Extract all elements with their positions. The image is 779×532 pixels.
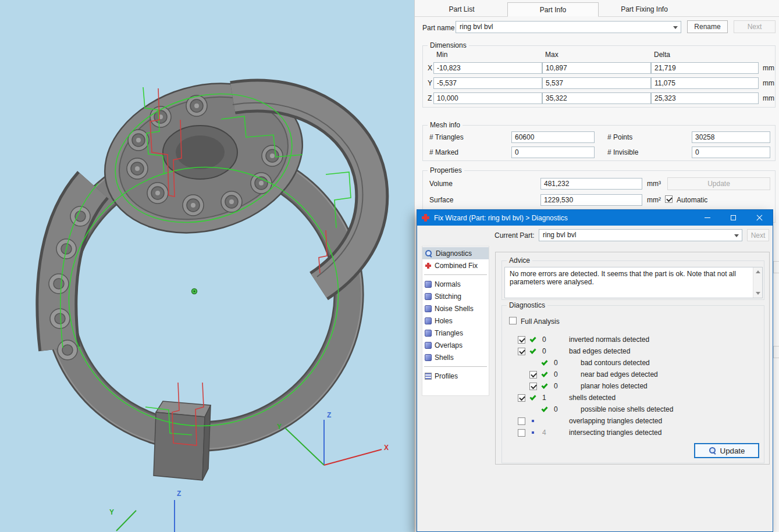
dialog-next-button[interactable]: Next <box>747 229 769 241</box>
current-part-combobox[interactable]: ring bvl bvl <box>539 229 742 241</box>
row-checkbox[interactable] <box>518 429 525 437</box>
nav-item-normals[interactable]: Normals <box>422 278 489 290</box>
dim-y-min-input[interactable] <box>433 77 542 89</box>
cube-icon <box>425 281 432 288</box>
triangles-input[interactable] <box>511 131 595 143</box>
dim-z-delta-input[interactable] <box>651 92 759 104</box>
row-label: inverted normals detected <box>569 335 649 344</box>
part-name-combobox[interactable]: ring bvl bvl <box>456 21 681 33</box>
marked-input[interactable] <box>511 147 595 158</box>
nav-item-combined-fix[interactable]: Combined Fix <box>422 259 489 272</box>
row-checkbox[interactable] <box>518 348 525 355</box>
nav-label: Normals <box>435 280 461 288</box>
invisible-input[interactable] <box>692 147 770 158</box>
nav-item-holes[interactable]: Holes <box>422 315 489 327</box>
chevron-down-icon <box>734 234 739 237</box>
diagnostic-rows: 0 inverted normals detected 0 bad edges … <box>518 334 759 438</box>
scroll-up-button[interactable] <box>753 267 763 276</box>
nav-label: Profiles <box>435 372 458 380</box>
dimensions-group: Dimensions Min Max Delta X mm Y mm Z mm <box>422 45 776 108</box>
row-checkbox[interactable] <box>529 371 537 379</box>
nav-item-diagnostics[interactable]: Diagnostics <box>422 247 489 259</box>
cube-icon <box>425 317 432 324</box>
update-button[interactable]: Update <box>694 443 759 458</box>
dim-y-delta-input[interactable] <box>651 77 759 89</box>
scroll-down-button[interactable] <box>753 289 763 298</box>
row-checkbox[interactable] <box>518 417 525 425</box>
nav-item-overlaps[interactable]: Overlaps <box>422 339 489 351</box>
minimize-icon <box>705 217 710 218</box>
invisible-label: # Invisible <box>607 148 638 156</box>
rename-button[interactable]: Rename <box>687 20 728 33</box>
nav-label: Noise Shells <box>435 305 474 313</box>
dialog-body: Diagnostics Combined Fix Normals Stitchi… <box>417 226 773 532</box>
nav-separator <box>424 366 487 367</box>
maximize-icon <box>731 215 736 220</box>
blue-dot-icon <box>532 431 534 434</box>
cube-icon <box>425 354 432 361</box>
nav-label: Triangles <box>435 329 463 337</box>
green-check-icon <box>541 382 547 388</box>
dim-x-delta-input[interactable] <box>651 62 759 74</box>
points-input[interactable] <box>692 131 770 143</box>
col-max: Max <box>545 51 559 59</box>
nav-item-shells[interactable]: Shells <box>422 351 489 363</box>
surface-unit: mm² <box>647 196 661 204</box>
row-checkbox[interactable] <box>518 394 525 402</box>
nav-item-noise-shells[interactable]: Noise Shells <box>422 302 489 315</box>
nav-item-profiles[interactable]: Profiles <box>422 370 489 382</box>
volume-update-button[interactable]: Update <box>667 177 770 190</box>
diag-row-bad-contours: 0 bad contours detected <box>529 357 759 369</box>
diag-row-near-bad-edges: 0 near bad edges detected <box>529 369 759 380</box>
automatic-checkbox[interactable] <box>665 195 673 203</box>
dim-x-min-input[interactable] <box>433 62 542 74</box>
chevron-down-icon <box>673 26 678 29</box>
dim-z-max-input[interactable] <box>542 92 651 104</box>
next-button[interactable]: Next <box>734 20 776 33</box>
diag-row-inverted-normals: 0 inverted normals detected <box>518 334 759 345</box>
tab-part-info[interactable]: Part Info <box>507 2 599 17</box>
close-button[interactable] <box>746 210 773 226</box>
advice-title: Advice <box>507 256 532 265</box>
diag-row-shells: 1 shells detected <box>518 392 759 404</box>
mesh-info-title: Mesh info <box>428 121 463 129</box>
dim-x-label: X <box>428 64 432 72</box>
tab-part-list[interactable]: Part List <box>416 2 507 16</box>
triangles-label: # Triangles <box>429 133 464 141</box>
application-window: X Y Z Z Y Part List Part Info Part Fixin… <box>0 0 779 532</box>
3d-viewport[interactable]: X Y Z Z Y <box>0 0 414 532</box>
diag-row-possible-noise-shells: 0 possible noise shells detected <box>529 404 759 415</box>
cube-icon <box>425 305 432 312</box>
full-analysis-label: Full Analysis <box>521 317 560 326</box>
tab-part-fixing-info[interactable]: Part Fixing Info <box>599 2 690 16</box>
surface-input[interactable] <box>540 194 642 206</box>
nav-item-stitching[interactable]: Stitching <box>422 290 489 302</box>
row-count: 0 <box>554 370 570 379</box>
row-checkbox[interactable] <box>518 336 525 344</box>
arrow-up-icon <box>756 270 760 273</box>
dim-z-min-input[interactable] <box>433 92 542 104</box>
dim-x-max-input[interactable] <box>542 62 651 74</box>
dim-z-unit: mm <box>763 94 774 102</box>
clipped-button-fragment <box>773 261 779 273</box>
minimize-button[interactable] <box>694 210 720 226</box>
axis-y-label: Y <box>277 423 282 431</box>
dim-y-max-input[interactable] <box>542 77 651 89</box>
green-check-icon <box>529 335 536 342</box>
advice-text-box: No more errors are detected. It seems th… <box>504 267 763 298</box>
advice-scrollbar[interactable] <box>753 267 762 298</box>
dialog-titlebar[interactable]: Fix Wizard (Part: ring bvl bvl) > Diagno… <box>417 210 773 226</box>
maximize-button[interactable] <box>720 210 746 226</box>
row-label: overlapping triangles detected <box>569 417 662 425</box>
row-label: shells detected <box>569 394 616 402</box>
row-label: bad edges detected <box>569 347 630 355</box>
magnifier-icon <box>709 447 717 455</box>
full-analysis-checkbox[interactable] <box>509 317 517 324</box>
clipped-button-fragment <box>773 346 779 358</box>
volume-input[interactable] <box>540 178 642 190</box>
nav-item-triangles[interactable]: Triangles <box>422 327 489 339</box>
cube-icon <box>425 330 432 337</box>
row-checkbox[interactable] <box>529 383 537 390</box>
axis-y2-label: Y <box>109 508 114 516</box>
dimensions-title: Dimensions <box>428 41 469 49</box>
